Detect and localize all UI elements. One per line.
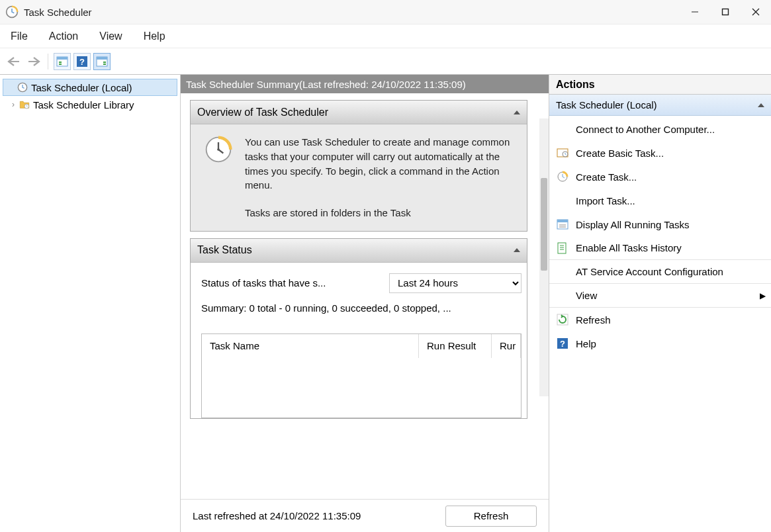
svg-text:?: ? (560, 339, 565, 349)
task-status-period-select[interactable]: Last 24 hours (389, 273, 522, 293)
help-icon: ? (556, 337, 569, 350)
history-icon (556, 242, 569, 255)
svg-rect-10 (97, 57, 107, 60)
action-help[interactable]: ? Help (549, 332, 771, 355)
action-label: Enable All Tasks History (576, 242, 682, 253)
close-button[interactable] (741, 0, 771, 24)
overview-more-text: Tasks are stored in folders in the Task (245, 206, 514, 220)
action-label: Import Task... (576, 195, 635, 206)
column-run-result[interactable]: Run Result (419, 334, 492, 358)
task-status-header[interactable]: Task Status (191, 239, 527, 263)
summary-header-bar: Task Scheduler Summary (Last refreshed: … (181, 75, 549, 93)
svg-rect-19 (557, 220, 568, 222)
action-create-basic-task[interactable]: Create Basic Task... (549, 141, 771, 165)
nav-forward-button[interactable] (25, 53, 42, 70)
blank-icon (556, 194, 569, 207)
collapse-icon (514, 248, 520, 252)
create-task-icon (556, 170, 569, 183)
task-status-summary: Summary: 0 total - 0 running, 0 succeede… (201, 302, 522, 314)
scrollbar[interactable] (539, 118, 549, 396)
action-label: View (576, 290, 597, 301)
column-task-name[interactable]: Task Name (202, 334, 419, 358)
overview-title: Overview of Task Scheduler (197, 107, 328, 118)
refresh-button[interactable]: Refresh (445, 506, 537, 527)
menubar: File Action View Help (0, 24, 771, 48)
action-at-service-account[interactable]: AT Service Account Configuration (549, 260, 771, 284)
action-label: AT Service Account Configuration (576, 266, 723, 277)
titlebar: Task Scheduler (0, 0, 771, 24)
summary-timestamp: (Last refreshed: 24/10/2022 11:35:09) (299, 79, 466, 90)
window-title: Task Scheduler (24, 7, 766, 18)
center-pane: Task Scheduler Summary (Last refreshed: … (181, 75, 549, 532)
create-basic-task-icon (556, 146, 569, 159)
svg-rect-2 (723, 9, 729, 15)
blank-icon (556, 122, 569, 136)
action-display-running-tasks[interactable]: Display All Running Tasks (549, 212, 771, 236)
action-label: Help (576, 338, 596, 349)
toolbar-separator (48, 54, 48, 69)
running-tasks-icon (556, 218, 569, 231)
tree-node-label: Task Scheduler Library (33, 99, 134, 111)
collapse-icon (758, 103, 764, 107)
tree-node-local[interactable]: Task Scheduler (Local) (3, 79, 177, 96)
action-label: Create Basic Task... (576, 148, 664, 159)
last-refreshed-label: Last refreshed at 24/10/2022 11:35:09 (193, 510, 361, 521)
nav-back-button[interactable] (5, 53, 23, 70)
menu-view[interactable]: View (95, 28, 126, 45)
overview-section: Overview of Task Scheduler You can use T… (190, 100, 527, 232)
action-label: Connect to Another Computer... (576, 124, 715, 135)
tree-node-label: Task Scheduler (Local) (31, 82, 132, 93)
minimize-button[interactable] (680, 0, 710, 24)
submenu-arrow-icon: ▶ (760, 291, 766, 300)
action-label: Display All Running Tasks (576, 219, 689, 230)
action-import-task[interactable]: Import Task... (549, 189, 771, 212)
toolbar-console-tree-button[interactable] (54, 53, 71, 70)
task-scheduler-app-icon (5, 5, 19, 19)
actions-group-header[interactable]: Task Scheduler (Local) (549, 95, 771, 116)
overview-body-text: You can use Task Scheduler to create and… (245, 135, 514, 193)
actions-pane: Actions Task Scheduler (Local) Connect t… (549, 75, 771, 532)
task-status-table: Task Name Run Result Rur (201, 333, 522, 418)
maximize-button[interactable] (710, 0, 741, 24)
actions-pane-header: Actions (549, 75, 771, 95)
task-status-label: Status of tasks that have s... (201, 277, 383, 288)
expander-icon[interactable]: › (8, 100, 19, 109)
console-tree-pane: Task Scheduler (Local) › Task Scheduler … (0, 75, 181, 532)
menu-help[interactable]: Help (140, 28, 169, 45)
toolbar: ? (0, 48, 771, 75)
task-scheduler-icon (17, 81, 28, 93)
menu-action[interactable]: Action (45, 28, 82, 45)
svg-rect-20 (558, 243, 566, 253)
action-enable-tasks-history[interactable]: Enable All Tasks History (549, 236, 771, 260)
tree-node-library[interactable]: › Task Scheduler Library (3, 96, 177, 113)
actions-group-title: Task Scheduler (Local) (556, 99, 657, 111)
action-connect-another-computer[interactable]: Connect to Another Computer... (549, 117, 771, 141)
center-footer: Last refreshed at 24/10/2022 11:35:09 Re… (181, 499, 549, 532)
action-view-submenu[interactable]: View ▶ (549, 284, 771, 308)
action-label: Create Task... (576, 171, 637, 183)
toolbar-help-button[interactable]: ? (73, 53, 91, 70)
svg-rect-6 (57, 57, 68, 60)
action-refresh[interactable]: Refresh (549, 308, 771, 332)
clock-illustration-icon (204, 135, 233, 164)
svg-text:?: ? (79, 57, 85, 67)
collapse-icon (514, 111, 520, 114)
overview-section-header[interactable]: Overview of Task Scheduler (191, 101, 527, 124)
svg-point-14 (217, 148, 220, 151)
toolbar-action-pane-button[interactable] (93, 53, 111, 70)
task-status-section: Task Status Status of tasks that have s.… (190, 238, 527, 419)
scrollbar-thumb[interactable] (541, 178, 547, 271)
folder-clock-icon (19, 99, 30, 111)
menu-file[interactable]: File (7, 28, 32, 45)
blank-icon (556, 265, 569, 279)
blank-icon (556, 289, 569, 302)
action-label: Refresh (576, 314, 611, 326)
column-run-truncated[interactable]: Rur (492, 334, 521, 358)
refresh-icon (556, 313, 569, 326)
summary-label: Task Scheduler Summary (186, 79, 299, 90)
action-create-task[interactable]: Create Task... (549, 165, 771, 189)
task-status-title: Task Status (197, 244, 252, 256)
task-status-table-body (202, 358, 521, 418)
